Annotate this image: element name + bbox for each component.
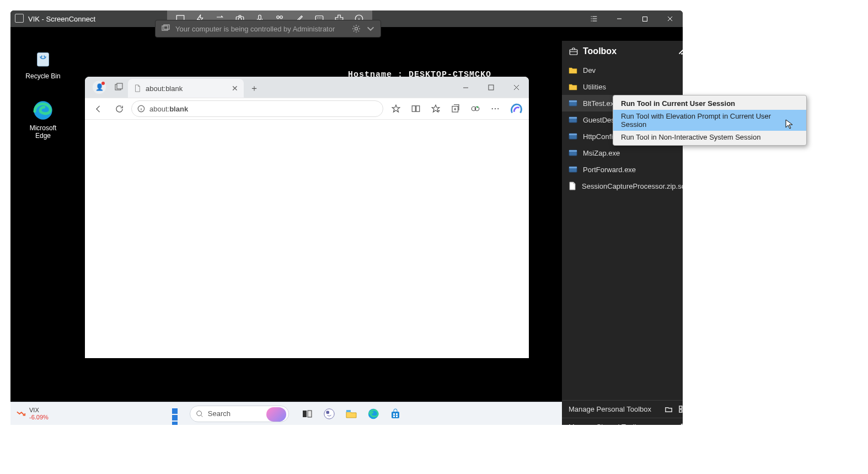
browser-tab[interactable]: about:blank ✕ xyxy=(128,79,244,98)
grid-icon[interactable] xyxy=(678,405,683,413)
briefcase-icon[interactable] xyxy=(678,423,683,425)
close-button[interactable] xyxy=(657,10,683,27)
window-title: VIK - ScreenConnect xyxy=(28,15,95,23)
address-bar-row: about:blank xyxy=(85,98,529,120)
file-icon xyxy=(569,165,577,174)
start-button[interactable] xyxy=(170,406,185,422)
context-menu-item[interactable]: Run Tool in Current User Session xyxy=(613,97,806,110)
svg-rect-20 xyxy=(326,411,329,414)
svg-point-15 xyxy=(497,108,499,109)
browser-minimize-button[interactable] xyxy=(453,78,478,97)
toolbox-item[interactable]: SessionCaptureProcessor.zip.scapp xyxy=(562,178,683,194)
windows-icon xyxy=(161,24,170,33)
page-icon xyxy=(133,84,141,92)
split-screen-icon[interactable] xyxy=(406,100,425,118)
svg-rect-4 xyxy=(117,83,122,89)
tab-actions-button[interactable] xyxy=(111,80,126,94)
svg-rect-17 xyxy=(303,411,307,417)
svg-rect-27 xyxy=(396,416,398,417)
toolbox-icon xyxy=(569,46,578,56)
back-button[interactable] xyxy=(89,100,107,118)
toolbox-item-label: SessionCaptureProcessor.zip.scapp xyxy=(582,182,683,190)
edge-label-1: Microsoft xyxy=(22,124,65,132)
svg-rect-38 xyxy=(569,150,577,152)
taskview-icon[interactable] xyxy=(300,407,314,421)
store-icon[interactable] xyxy=(388,407,403,421)
svg-point-51 xyxy=(280,16,283,19)
svg-point-56 xyxy=(355,28,358,30)
svg-rect-30 xyxy=(570,50,577,55)
toolbox-item[interactable]: Utilities xyxy=(562,78,683,95)
edge-label-2: Edge xyxy=(22,132,65,140)
svg-rect-41 xyxy=(679,406,682,409)
file-icon xyxy=(569,132,577,141)
collections-icon[interactable] xyxy=(446,100,465,118)
minimize-button[interactable] xyxy=(607,10,632,27)
svg-rect-32 xyxy=(569,100,577,102)
toolbox-item[interactable]: MsiZap.exe xyxy=(562,145,683,161)
svg-rect-1 xyxy=(37,53,49,67)
browser-close-button[interactable] xyxy=(503,78,529,97)
stock-symbol: VIX xyxy=(29,407,49,413)
toolbox-title: Toolbox xyxy=(583,46,617,56)
search-highlight-icon xyxy=(266,407,286,422)
maximize-button[interactable] xyxy=(632,10,657,27)
recycle-bin-icon[interactable]: Recycle Bin xyxy=(22,47,65,80)
view-list-icon[interactable] xyxy=(581,10,607,27)
browser-tabstrip: 👤 about:blank ✕ ＋ xyxy=(85,77,529,98)
address-bar[interactable]: about:blank xyxy=(131,100,383,117)
svg-rect-54 xyxy=(162,26,168,30)
file-icon xyxy=(569,115,577,124)
context-menu-item[interactable]: Run Tool in Non-Interactive System Sessi… xyxy=(613,131,806,143)
favorite-star-icon[interactable] xyxy=(387,100,405,118)
edge-taskbar-icon[interactable] xyxy=(366,407,381,421)
chat-icon[interactable] xyxy=(322,407,336,421)
file-icon xyxy=(569,182,576,190)
screenconnect-window: VIK - ScreenConnect Hostname : DESKTOP-C… xyxy=(10,10,683,425)
taskbar-search[interactable]: Search xyxy=(190,406,289,422)
taskbar-widget-stock[interactable]: VIX -6.09% xyxy=(16,407,49,420)
cursor-icon xyxy=(785,119,794,129)
extensions-icon[interactable] xyxy=(466,100,485,118)
svg-rect-0 xyxy=(642,17,647,21)
svg-rect-8 xyxy=(416,106,420,112)
svg-rect-34 xyxy=(569,117,577,119)
browser-maximize-button[interactable] xyxy=(478,78,503,97)
microsoft-edge-icon[interactable]: Microsoft Edge xyxy=(22,99,65,140)
chevron-down-icon[interactable] xyxy=(366,24,375,33)
open-folder-icon[interactable] xyxy=(665,405,673,413)
toolbox-item-label: PortForward.exe xyxy=(583,166,636,174)
browser-viewport[interactable] xyxy=(85,120,529,358)
svg-rect-25 xyxy=(396,413,398,415)
more-menu-icon[interactable] xyxy=(486,100,505,118)
gear-icon[interactable] xyxy=(352,24,361,33)
toolbox-item-label: Utilities xyxy=(583,83,606,91)
copilot-icon[interactable] xyxy=(508,100,524,117)
file-icon xyxy=(569,99,577,108)
toolbox-item-label: Dev xyxy=(583,66,596,74)
edge-browser-window: 👤 about:blank ✕ ＋ xyxy=(85,77,529,358)
svg-rect-23 xyxy=(392,412,399,418)
site-info-icon xyxy=(137,105,145,113)
url-text: about:blank xyxy=(149,105,188,113)
tab-close-button[interactable]: ✕ xyxy=(232,84,238,93)
refresh-button[interactable] xyxy=(110,100,128,118)
manage-shared-toolbox[interactable]: Manage Shared Toolbox xyxy=(562,418,683,425)
toolbox-item[interactable]: PortForward.exe xyxy=(562,161,683,178)
remote-control-banner: Your computer is being controlled by Adm… xyxy=(155,20,381,38)
collapse-icon[interactable] xyxy=(677,46,683,56)
app-icon xyxy=(16,15,24,23)
manage-personal-toolbox[interactable]: Manage Personal Toolbox xyxy=(562,400,683,418)
svg-rect-36 xyxy=(569,134,577,135)
svg-rect-24 xyxy=(393,413,395,415)
toolbox-item[interactable]: Dev xyxy=(562,62,683,78)
favorites-icon[interactable] xyxy=(426,100,445,118)
profile-button[interactable]: 👤 xyxy=(93,81,106,94)
svg-point-16 xyxy=(197,411,202,416)
file-icon xyxy=(569,148,577,157)
svg-point-13 xyxy=(492,108,493,109)
explorer-icon[interactable] xyxy=(344,407,358,421)
file-icon xyxy=(569,66,577,74)
new-tab-button[interactable]: ＋ xyxy=(246,80,262,97)
context-menu-item[interactable]: Run Tool with Elevation Prompt in Curren… xyxy=(613,110,806,131)
